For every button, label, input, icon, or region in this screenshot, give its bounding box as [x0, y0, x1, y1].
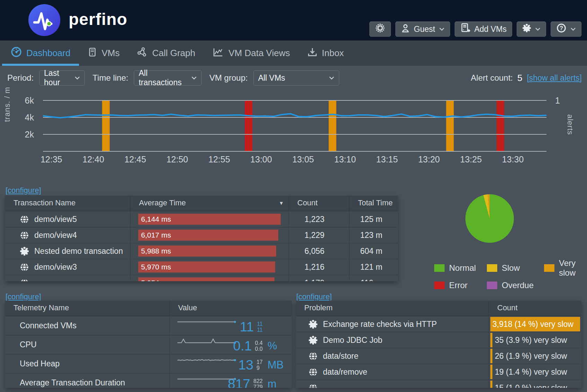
- telemetry-name: Connected VMs: [5, 317, 170, 335]
- legend-item-very-slow: Very slow: [544, 258, 587, 278]
- problems-configure-link[interactable]: [configure]: [296, 292, 332, 301]
- column-header-0[interactable]: Telemetry Name: [5, 301, 170, 315]
- problem-row[interactable]: 15 (1.0 %) very slow: [296, 380, 581, 388]
- value-max: 11: [257, 321, 263, 327]
- transaction-row[interactable]: demo/view3 5,970 ms 1,216 121 m: [5, 259, 398, 275]
- transactions-configure-link[interactable]: [configure]: [6, 186, 41, 195]
- column-header-1[interactable]: Average Time▾: [131, 196, 289, 210]
- transaction-name: demo/view4: [34, 231, 77, 240]
- transaction-row[interactable]: Nested demo transaction 5,988 ms 6,056 6…: [5, 243, 398, 259]
- guest-user-button[interactable]: Guest: [395, 21, 450, 37]
- column-header-3[interactable]: Total Time: [350, 196, 398, 210]
- legend-item-error: Error: [434, 280, 487, 290]
- legend-item-normal: Normal: [434, 258, 487, 278]
- chart-icon: [212, 47, 224, 60]
- value-current: 11: [240, 320, 254, 334]
- transaction-total-time: 121 m: [350, 259, 398, 275]
- brand-title: perfino: [69, 0, 128, 41]
- value-min: 11: [257, 327, 263, 333]
- sparkline: [177, 337, 237, 345]
- pie-legend: NormalSlowVery slowErrorOverdue: [434, 258, 587, 290]
- column-header-1[interactable]: Value: [170, 301, 292, 315]
- globe-icon: [20, 278, 29, 282]
- problem-row[interactable]: Demo JDBC Job 35 (3.9 %) very slow: [296, 332, 581, 348]
- xtick: 12:45: [124, 154, 146, 164]
- telemetry-configure-link[interactable]: [configure]: [6, 292, 41, 301]
- guest-label: Guest: [414, 25, 435, 34]
- column-header-0[interactable]: Problem: [296, 301, 489, 315]
- legend-label: Slow: [502, 263, 520, 273]
- alert-bar-very-slow[interactable]: [329, 100, 336, 151]
- value-min: 9: [256, 365, 263, 371]
- column-header-1[interactable]: Count: [489, 301, 581, 315]
- telemetry-row[interactable]: Average Transaction Duration 817 822 779…: [5, 373, 292, 388]
- telemetry-name: Used Heap: [5, 355, 170, 373]
- alert-bar-very-slow[interactable]: [446, 100, 454, 151]
- sparkline-dot: [234, 321, 236, 323]
- gear-icon: [20, 247, 29, 256]
- top-bar: perfino Guest Add VMs ?: [0, 0, 587, 41]
- main-nav: DashboardVMsCall GraphVM Data ViewsInbox: [0, 41, 587, 66]
- telemetry-value: 13 17 9 MB: [238, 358, 288, 372]
- transaction-row[interactable]: demo/view5 6,144 ms 1,223 125 m: [5, 211, 398, 227]
- count-bar-sliver: [490, 381, 492, 388]
- column-header-0[interactable]: Transaction Name: [5, 196, 131, 210]
- timeline-select[interactable]: All transactions: [134, 70, 202, 86]
- xtick: 13:20: [418, 154, 440, 164]
- add-vm-icon: [460, 23, 471, 35]
- timeline-chart: [43, 98, 546, 154]
- tab-call-graph[interactable]: Call Graph: [128, 41, 204, 66]
- tab-label: VMs: [102, 48, 120, 59]
- alert-bar-error[interactable]: [497, 100, 504, 151]
- problem-row[interactable]: data/remove 19 (1.4 %) very slow: [296, 364, 581, 380]
- xtick: 13:00: [250, 154, 272, 164]
- vm-group-select[interactable]: All VMs: [253, 70, 339, 86]
- transaction-row[interactable]: demo/view4 6,017 ms 1,229 123 m: [5, 227, 398, 243]
- transactions-table: Transaction NameAverage Time▾CountTotal …: [5, 196, 398, 281]
- chevron-down-icon: [75, 76, 80, 80]
- value-min: 0.0: [255, 346, 263, 352]
- tab-dashboard[interactable]: Dashboard: [2, 41, 79, 66]
- value-current: 13: [238, 358, 253, 372]
- display-options-button[interactable]: [369, 21, 391, 37]
- sparkline: [177, 356, 237, 364]
- transaction-count: 1,229: [289, 228, 350, 243]
- graph-icon: [137, 47, 148, 60]
- alerts-axis-label: alerts: [566, 114, 575, 135]
- period-select[interactable]: Last hour: [39, 70, 85, 86]
- ytick-4k: 4k: [17, 113, 34, 123]
- tab-vm-data-views[interactable]: VM Data Views: [204, 41, 298, 66]
- svg-text:?: ?: [560, 25, 563, 31]
- transaction-row[interactable]: 5,954 ms 1,179 116 m: [5, 275, 398, 281]
- telemetry-row[interactable]: Used Heap 13 17 9 MB: [5, 354, 292, 373]
- alert-bar-very-slow[interactable]: [102, 100, 110, 151]
- legend-swatch: [434, 264, 445, 272]
- show-all-alerts-link[interactable]: [show all alerts]: [527, 73, 582, 83]
- telemetry-name: Average Transaction Duration: [5, 374, 170, 388]
- telemetry-row[interactable]: Connected VMs 11 11 11: [5, 316, 292, 335]
- problem-count: 15 (1.0 %) very slow: [495, 383, 567, 388]
- add-vms-button[interactable]: Add VMs: [455, 21, 512, 37]
- alert-bar: Alert count: 5 [show all alerts]: [471, 70, 582, 86]
- problem-row[interactable]: data/store 26 (1.9 %) very slow: [296, 348, 581, 364]
- avg-time-bar: 6,017 ms: [138, 230, 278, 241]
- alert-count-label: Alert count:: [471, 73, 513, 83]
- help-menu-button[interactable]: ?: [551, 21, 581, 37]
- column-header-2[interactable]: Count: [289, 196, 350, 210]
- transaction-name: demo/view3: [34, 262, 77, 272]
- settings-menu-button[interactable]: [517, 21, 546, 37]
- telemetry-row[interactable]: CPU 0.1 0.4 0.0 %: [5, 335, 292, 354]
- globe-icon: [308, 383, 318, 388]
- transaction-status-pie-chart: [465, 194, 514, 243]
- alerts-axis-tick: 1: [555, 96, 560, 106]
- problem-count: 19 (1.4 %) very slow: [495, 367, 567, 377]
- filter-bar: Period: Last hour Time line: All transac…: [5, 70, 339, 86]
- transaction-total-time: 604 m: [350, 243, 398, 259]
- tab-vms[interactable]: VMs: [79, 41, 128, 66]
- alert-bar-error[interactable]: [245, 100, 252, 151]
- legend-label: Overdue: [502, 280, 534, 290]
- tab-inbox[interactable]: Inbox: [299, 41, 353, 66]
- transaction-total-time: 123 m: [350, 228, 398, 243]
- problem-row[interactable]: Exchange rate checks via HTTP 3,918 (14 …: [296, 316, 581, 332]
- person-icon: [401, 24, 410, 35]
